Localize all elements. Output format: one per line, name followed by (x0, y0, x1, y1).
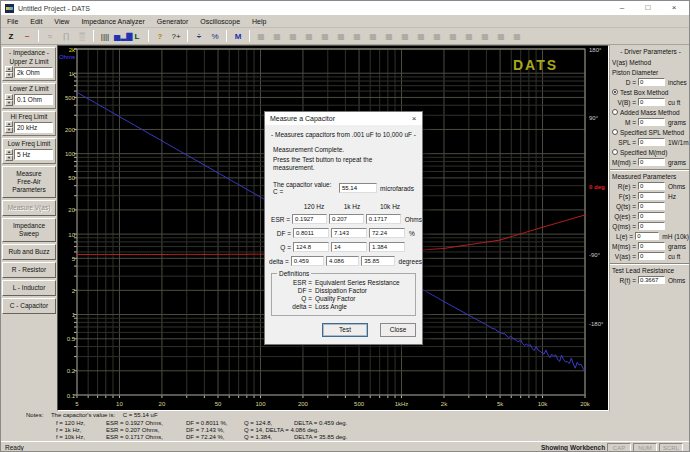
specified-spl-method-radio[interactable]: Specified SPL Method (610, 127, 690, 137)
log-sweep-icon[interactable]: L (129, 29, 145, 43)
maximize-button[interactable]: □ (635, 1, 661, 15)
impedance-magnitude-icon[interactable]: Z (3, 29, 19, 43)
df-1k-hz-value[interactable]: 7.143 (331, 228, 367, 238)
notes-summary-label: The capacitor's value is: (51, 412, 115, 418)
lower-z-limit-stepper: ▲▼ (5, 94, 13, 106)
memory-preset-icon: ▦ (285, 29, 301, 43)
m-field[interactable]: 0 (638, 118, 665, 126)
menu-view[interactable]: View (48, 15, 75, 28)
field-label: Q(ts) = (612, 203, 638, 210)
row-label: ESR = (265, 216, 292, 223)
field-label: R(e) = (612, 183, 638, 190)
menu-generator[interactable]: Generator (151, 15, 195, 28)
fft-ratio-icon[interactable]: ÷ (191, 29, 207, 43)
notes-col: ESR = 0.1717 Ohms, (106, 434, 186, 441)
q-120-hz-value[interactable]: 124.8 (293, 242, 329, 252)
dialog-close-icon[interactable]: × (406, 112, 422, 125)
about-icon[interactable]: ? (152, 29, 168, 43)
q-es-field[interactable]: 0 (638, 212, 665, 220)
spectrum-icon[interactable]: ▅▂▇ (113, 29, 129, 43)
measure-free-air-parameters-button[interactable]: MeasureFree-AirParameters (2, 166, 56, 198)
impedance-sweep-button[interactable]: ImpedanceSweep (2, 218, 56, 242)
harmonics-icon[interactable]: % (207, 29, 223, 43)
close-button[interactable]: Close (380, 323, 416, 337)
svg-text:500: 500 (65, 95, 76, 101)
m-ms-row: M(ms) =0grams (610, 241, 690, 251)
menu-edit[interactable]: Edit (24, 15, 48, 28)
v-as-row: V(as) =0cu ft (610, 251, 690, 261)
spin-down-icon[interactable]: ▼ (5, 155, 13, 161)
r-resistor-button[interactable]: R - Resistor (2, 262, 56, 278)
notes-col: f = 1k Hz, (56, 427, 106, 434)
test-box-method-radio[interactable]: Test Box Method (610, 87, 690, 97)
low-freq-limit-value[interactable]: 5 Hz (14, 149, 53, 160)
menu-help[interactable]: Help (246, 15, 272, 28)
lower-z-limit-value[interactable]: 0.1 Ohm (14, 94, 53, 105)
context-help-icon[interactable]: ?+ (168, 29, 184, 43)
esr-10k-hz-value[interactable]: 0.1717 (366, 214, 401, 224)
minimize-button[interactable]: – (609, 1, 635, 15)
l-inductor-button[interactable]: L - Inductor (2, 280, 56, 296)
radio-label: Specified M(md) (620, 149, 667, 156)
df-10k-hz-value[interactable]: 72.24 (369, 228, 405, 238)
spin-down-icon[interactable]: ▼ (5, 100, 13, 106)
svg-text:100: 100 (255, 401, 266, 407)
dialog-title-bar[interactable]: Measure a Capacitor × (265, 112, 422, 125)
hi-freq-limit-value[interactable]: 20 kHz (14, 122, 53, 133)
delta-1k-hz-value[interactable]: 4.086 (326, 256, 359, 266)
q-10k-hz-value[interactable]: 1.384 (369, 242, 405, 252)
q-1k-hz-value[interactable]: 14 (331, 242, 367, 252)
capacitor-value-unit: microfarads (380, 185, 414, 192)
esr-120-hz-value[interactable]: 0.1927 (292, 214, 327, 224)
c-capacitor-button[interactable]: C - Capacitor (2, 298, 56, 314)
radio-icon (612, 129, 618, 135)
r-e-field[interactable]: 0 (638, 182, 665, 190)
definition-text: Equivalent Series Resistance (312, 279, 400, 287)
delta-120-hz-value[interactable]: 0.459 (291, 256, 324, 266)
q-ms-field[interactable]: 0 (638, 222, 665, 230)
m-ms-field[interactable]: 0 (638, 242, 665, 250)
sine-wave-icon[interactable]: ~ (19, 29, 35, 43)
definition-df: DF =Dissipation Factor (272, 287, 415, 295)
menu-impedance-analyzer[interactable]: Impedance Analyzer (75, 15, 150, 28)
burst-train-icon[interactable]: |||| (97, 29, 113, 43)
measure-vas-button: Measure V(as) (2, 200, 56, 216)
specified-m-md-radio[interactable]: Specified M(md) (610, 147, 690, 157)
title-bar[interactable]: Untitled Project - DATS –□× (1, 1, 689, 15)
radio-label: Specified SPL Method (620, 129, 684, 136)
memory-preset-icon: ▦ (413, 29, 429, 43)
notes-col: DF = 72.24 %, (186, 434, 244, 441)
test-button[interactable]: Test (322, 323, 368, 337)
m-md-field[interactable]: 0 (638, 158, 665, 166)
l-e-field[interactable]: 0 (635, 232, 659, 240)
capacitor-value-field[interactable] (339, 183, 377, 193)
esr-1k-hz-value[interactable]: 0.207 (329, 214, 364, 224)
memory-store-icon[interactable]: M (230, 29, 246, 43)
q-ts-field[interactable]: 0 (638, 202, 665, 210)
menu-file[interactable]: File (1, 15, 24, 28)
svg-text:0.1: 0.1 (67, 393, 76, 399)
field-unit: Ohms (665, 183, 685, 190)
d-field[interactable]: 0 (638, 78, 665, 86)
header-10k-hz: 10k Hz (371, 203, 409, 210)
spin-down-icon[interactable]: ▼ (5, 127, 13, 133)
v-as-field[interactable]: 0 (638, 252, 665, 260)
memory-preset-icon: ▦ (349, 29, 365, 43)
r-t-field[interactable]: 0.3667 (638, 276, 665, 284)
v-b-field[interactable]: 0 (638, 98, 665, 106)
spin-down-icon[interactable]: ▼ (5, 72, 13, 78)
spl-field[interactable]: 0 (638, 138, 665, 146)
rub-and-buzz-button[interactable]: Rub and Buzz (2, 244, 56, 260)
delta-10k-hz-value[interactable]: 35.85 (361, 256, 394, 266)
memory-preset-icon: ▦ (301, 29, 317, 43)
upper-z-limit-stepper: ▲▼ (5, 66, 13, 78)
close-button[interactable]: × (661, 1, 687, 15)
memory-preset-icon: ▦ (397, 29, 413, 43)
menu-oscilloscope[interactable]: Oscilloscope (194, 15, 246, 28)
added-mass-method-radio[interactable]: Added Mass Method (610, 107, 690, 117)
upper-z-limit-value[interactable]: 2k Ohm (14, 67, 53, 78)
notes-col: ESR = 0.1927 Ohms, (106, 420, 186, 427)
f-s-field[interactable]: 0 (638, 192, 665, 200)
df-120-hz-value[interactable]: 0.8011 (293, 228, 329, 238)
lower-z-limit-group: Lower Z Limit▲▼0.1 Ohm (2, 83, 56, 109)
